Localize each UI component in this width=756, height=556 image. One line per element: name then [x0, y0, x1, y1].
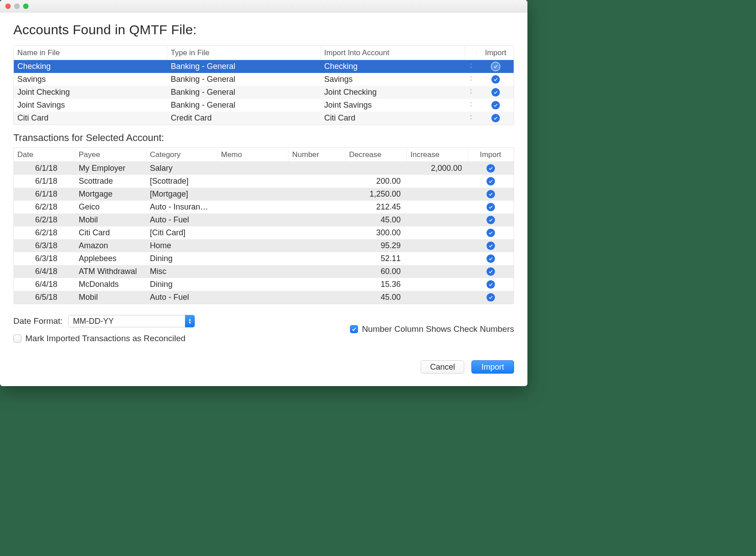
- tx-memo: [217, 296, 289, 299]
- col-increase[interactable]: Increase: [407, 148, 468, 161]
- tx-category: [Mortgage]: [146, 188, 217, 200]
- col-date[interactable]: Date: [14, 148, 75, 161]
- transactions-table: Date Payee Category Memo Number Decrease…: [13, 147, 514, 304]
- transaction-row[interactable]: 6/2/18MobilAuto - Fuel45.00: [14, 214, 514, 226]
- col-decrease[interactable]: Decrease: [346, 148, 407, 161]
- tx-import-cell[interactable]: [468, 291, 513, 303]
- account-into-stepper-icon[interactable]: ˄˅: [465, 114, 477, 123]
- tx-import-cell[interactable]: [468, 162, 513, 174]
- col-category[interactable]: Category: [146, 148, 217, 161]
- col-memo[interactable]: Memo: [217, 148, 289, 161]
- tx-category: [Scottrade]: [146, 175, 217, 187]
- number-shows-checks-checkbox[interactable]: [350, 325, 358, 333]
- mark-reconciled-label: Mark Imported Transactions as Reconciled: [25, 334, 185, 343]
- account-import-cell[interactable]: [477, 112, 514, 124]
- account-into-stepper-icon[interactable]: ˄˅: [465, 62, 477, 71]
- accounts-row[interactable]: SavingsBanking - GeneralSavings˄˅: [14, 73, 514, 86]
- tx-memo: [217, 167, 289, 170]
- tx-date: 6/3/18: [14, 240, 75, 252]
- account-import-cell[interactable]: [477, 86, 514, 98]
- transaction-row[interactable]: 6/1/18Scottrade[Scottrade]200.00: [14, 175, 514, 188]
- account-type: Banking - General: [167, 86, 321, 98]
- account-into: Joint Checking: [321, 86, 465, 98]
- dialog-buttons: Cancel Import: [13, 360, 514, 374]
- window-zoom-button[interactable]: [23, 4, 28, 9]
- tx-decrease: 45.00: [346, 214, 407, 226]
- tx-decrease: 52.11: [346, 253, 407, 265]
- accounts-row[interactable]: Joint CheckingBanking - GeneralJoint Che…: [14, 86, 514, 99]
- tx-payee: McDonalds: [75, 278, 146, 290]
- tx-import-cell[interactable]: [468, 175, 513, 187]
- transaction-row[interactable]: 6/1/18Mortgage[Mortgage]1,250.00: [14, 188, 514, 201]
- tx-increase: [407, 206, 468, 209]
- window-close-button[interactable]: [5, 4, 11, 9]
- transaction-row[interactable]: 6/3/18ApplebeesDining52.11: [14, 252, 514, 265]
- account-name: Joint Savings: [14, 99, 167, 111]
- tx-decrease: 15.36: [346, 278, 407, 290]
- tx-category: Misc: [146, 266, 217, 278]
- cancel-button[interactable]: Cancel: [421, 360, 464, 374]
- tx-payee: Scottrade: [75, 175, 146, 187]
- col-type-in-file[interactable]: Type in File: [167, 46, 321, 60]
- tx-number: [289, 193, 346, 196]
- checkmark-badge-icon: [487, 190, 495, 198]
- col-import-into-account[interactable]: Import Into Account: [321, 46, 465, 60]
- tx-increase: [407, 296, 468, 299]
- col-number[interactable]: Number: [289, 148, 346, 161]
- tx-number: [289, 219, 346, 222]
- import-button[interactable]: Import: [471, 360, 514, 374]
- tx-import-cell[interactable]: [468, 188, 513, 200]
- select-stepper-icon[interactable]: ▲▼: [185, 315, 195, 327]
- account-import-cell[interactable]: [477, 73, 514, 85]
- mark-reconciled-checkbox[interactable]: [13, 334, 21, 342]
- col-import[interactable]: Import: [477, 46, 515, 60]
- transaction-row[interactable]: 6/1/18My EmployerSalary2,000.00: [14, 162, 514, 175]
- transaction-row[interactable]: 6/2/18Citi Card[Citi Card]300.00: [14, 226, 514, 239]
- tx-import-cell[interactable]: [468, 214, 513, 226]
- col-tx-import[interactable]: Import: [468, 148, 513, 161]
- tx-number: [289, 270, 346, 273]
- accounts-row[interactable]: Joint SavingsBanking - GeneralJoint Savi…: [14, 99, 514, 112]
- tx-decrease: 95.29: [346, 240, 407, 252]
- tx-import-cell[interactable]: [468, 240, 513, 252]
- transaction-row[interactable]: 6/2/18GeicoAuto - Insuran…212.45: [14, 201, 514, 214]
- account-into-stepper-icon[interactable]: ˄˅: [465, 88, 477, 97]
- tx-date: 6/4/18: [14, 266, 75, 278]
- tx-payee: Mortgage: [75, 188, 146, 200]
- tx-increase: [407, 232, 468, 234]
- tx-number: [289, 258, 346, 260]
- transaction-row[interactable]: 6/5/18MobilAuto - Fuel45.00: [14, 291, 514, 304]
- accounts-row[interactable]: Citi CardCredit CardCiti Card˄˅: [14, 112, 514, 125]
- tx-import-cell[interactable]: [468, 201, 513, 213]
- account-import-cell[interactable]: [477, 99, 514, 111]
- account-name: Citi Card: [14, 112, 167, 124]
- tx-date: 6/2/18: [14, 201, 75, 213]
- tx-date: 6/3/18: [14, 253, 75, 265]
- accounts-heading: Accounts Found in QMTF File:: [13, 22, 514, 37]
- account-import-cell[interactable]: [477, 60, 514, 73]
- tx-import-cell[interactable]: [468, 266, 513, 278]
- tx-import-cell[interactable]: [468, 253, 513, 265]
- transaction-row[interactable]: 6/4/18ATM WithdrawalMisc60.00: [14, 265, 514, 278]
- tx-number: [289, 296, 346, 299]
- checkmark-badge-icon: [487, 267, 495, 276]
- tx-import-cell[interactable]: [468, 227, 513, 239]
- date-format-select[interactable]: MM-DD-YY ▲▼: [68, 315, 195, 327]
- tx-memo: [217, 193, 289, 196]
- dialog-window: Accounts Found in QMTF File: Name in Fil…: [0, 0, 527, 386]
- account-into-stepper-icon[interactable]: ˄˅: [465, 75, 477, 84]
- tx-date: 6/1/18: [14, 175, 75, 187]
- account-into-stepper-icon[interactable]: ˄˅: [465, 101, 477, 110]
- tx-category: Auto - Insuran…: [146, 201, 217, 213]
- transaction-row[interactable]: 6/4/18McDonaldsDining15.36: [14, 278, 514, 291]
- tx-import-cell[interactable]: [468, 278, 513, 290]
- col-payee[interactable]: Payee: [75, 148, 146, 161]
- transaction-row[interactable]: 6/3/18AmazonHome95.29: [14, 239, 514, 252]
- window-titlebar[interactable]: [0, 0, 527, 12]
- account-into: Citi Card: [321, 112, 465, 124]
- col-name-in-file[interactable]: Name in File: [14, 46, 167, 60]
- accounts-row[interactable]: CheckingBanking - GeneralChecking˄˅: [14, 60, 514, 73]
- tx-payee: ATM Withdrawal: [75, 266, 146, 278]
- dialog-content: Accounts Found in QMTF File: Name in Fil…: [0, 12, 527, 386]
- tx-decrease: 300.00: [346, 227, 407, 239]
